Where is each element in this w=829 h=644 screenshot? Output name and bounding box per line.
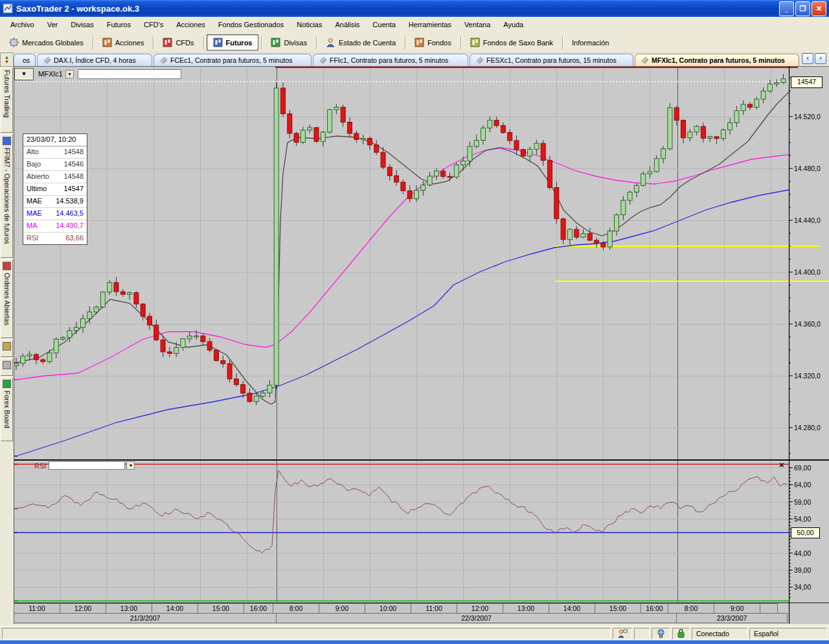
- title-bar: SaxoTrader 2 - workspace.ok.3 _ ❐ ✕: [0, 0, 829, 17]
- tab-fesxc1[interactable]: FESXc1, Contrato para futuros, 15 minuto…: [470, 54, 633, 66]
- price-axis-label: 14.440,0: [794, 216, 821, 224]
- sidebar-item-ffim7-operaciones-de-futuros[interactable]: FFIM7 - Operaciones de futuros: [1, 134, 13, 258]
- candle-body: [174, 347, 179, 353]
- tab-mfxic1[interactable]: MFXIc1, Contrato para futuros, 5 minutos: [635, 54, 799, 66]
- candle-body: [134, 293, 139, 304]
- toolbar-estado-de-cuenta[interactable]: Estado de Cuenta: [319, 34, 402, 51]
- toolbar-acciones[interactable]: Acciones: [96, 34, 151, 51]
- toolbar-fondos[interactable]: Fondos: [408, 34, 458, 51]
- menu-divisas[interactable]: Divisas: [64, 19, 100, 30]
- menu-noticias[interactable]: Noticias: [290, 19, 328, 30]
- menu-fondos-gestionados[interactable]: Fondos Gestionados: [212, 19, 291, 30]
- tab-scroll-left-button[interactable]: ‹: [802, 53, 813, 64]
- sidebar-sort-button[interactable]: ▲ ▼: [0, 52, 14, 67]
- candle-body: [321, 132, 325, 141]
- candle-body: [688, 132, 692, 138]
- futures-icon: [213, 38, 223, 47]
- last-price-box: 14547: [791, 76, 823, 88]
- time-axis-hours: 11:0012:0013:0014:0015:0016:008:009:0010…: [14, 603, 829, 614]
- window-title: SaxoTrader 2 - workspace.ok.3: [16, 4, 139, 14]
- menu-an-lisis[interactable]: Análisis: [328, 19, 366, 30]
- rsi-close-icon[interactable]: ×: [779, 461, 784, 469]
- hour-cell: 12:00: [457, 603, 503, 614]
- rsi-axis-label: 69,00: [794, 464, 811, 472]
- candle-body: [574, 229, 579, 237]
- rsi-axis-label: 34,00: [794, 583, 811, 591]
- chart-pen-icon: [641, 56, 649, 64]
- symbol-input[interactable]: [78, 69, 181, 79]
- tooltip-row-value: 14547: [63, 185, 84, 194]
- rsi-dropdown-icon[interactable]: ▼: [126, 461, 135, 470]
- symbol-dropdown-icon[interactable]: ▼: [65, 70, 74, 78]
- sidebar-item-ordenes-abiertas[interactable]: Ordenes Abiertas: [1, 259, 13, 338]
- tooltip-row-bajo: Bajo14546: [23, 159, 87, 171]
- tab-label: os: [23, 56, 30, 64]
- candle-body: [308, 128, 312, 130]
- menu-ventana[interactable]: Ventana: [458, 19, 497, 30]
- minimize-button[interactable]: _: [779, 1, 794, 16]
- close-button[interactable]: ✕: [812, 1, 826, 16]
- candle-body: [201, 336, 205, 341]
- candle-body: [481, 128, 486, 141]
- candle-body: [234, 379, 238, 385]
- tab-label: FESXc1, Contrato para futuros, 15 minuto…: [486, 56, 617, 64]
- menu-herramientas[interactable]: Herramientas: [402, 19, 458, 30]
- tab-scroll-right-button[interactable]: ›: [815, 53, 826, 64]
- candle-body: [474, 141, 479, 146]
- menu-cuenta[interactable]: Cuenta: [366, 19, 402, 30]
- menu-ayuda[interactable]: Ayuda: [497, 19, 530, 30]
- main-toolbar: Mercados GlobalesAccionesCFDsFuturosDivi…: [0, 32, 829, 53]
- candle-body: [14, 363, 19, 366]
- candle-body: [114, 282, 119, 292]
- candle-body: [708, 137, 712, 138]
- sidebar-item-label: FFIM7 - Operaciones de futuros: [3, 148, 11, 244]
- toolbar-fondos-de-saxo-bank[interactable]: Fondos de Saxo Bank: [464, 34, 560, 51]
- candle-body: [341, 107, 345, 122]
- sidebar-item-futures-trading[interactable]: Futures Trading: [1, 67, 13, 133]
- tab-label: DAX.I, Índice CFD, 4 horas: [54, 56, 136, 64]
- tooltip-row-label: MA: [27, 222, 38, 231]
- hour-cell: 8:00: [668, 603, 714, 614]
- level-start-marker: [14, 464, 17, 465]
- toolbar-cfds[interactable]: CFDs: [156, 34, 200, 51]
- menu-cfd-s[interactable]: CFD's: [137, 19, 170, 30]
- toolbar-divisas[interactable]: Divisas: [264, 34, 313, 51]
- candle-body: [67, 330, 72, 338]
- menu-futuros[interactable]: Futuros: [100, 19, 137, 30]
- candle-body: [728, 122, 732, 130]
- candle-body: [120, 292, 125, 294]
- candle-body: [628, 192, 632, 201]
- menu-acciones[interactable]: Acciones: [170, 19, 212, 30]
- menu-ver[interactable]: Ver: [41, 19, 65, 30]
- tooltip-row-label: MAE: [27, 209, 42, 218]
- tab-ffic1[interactable]: FFIc1, Contrato para futuros, 5 minutos: [313, 54, 468, 66]
- saxo-funds-icon: [470, 38, 480, 47]
- toolbar-label: Información: [572, 39, 609, 47]
- chart-pen-icon: [476, 56, 484, 64]
- tooltip-row-ma: MA14.490,7: [23, 220, 87, 233]
- instrument-combo-button[interactable]: ▼: [14, 68, 34, 80]
- menu-archivo[interactable]: Archivo: [4, 19, 41, 30]
- level-start-marker: [14, 455, 17, 457]
- toolbar-informaci-n[interactable]: Información: [565, 36, 615, 50]
- candle-body: [468, 146, 472, 161]
- sidebar-item-forex-board[interactable]: Forex Board: [1, 377, 13, 441]
- tooltip-datetime: 23/03/07, 10:20: [27, 135, 76, 144]
- tab-dax-i[interactable]: DAX.I, Índice CFD, 4 horas: [37, 54, 152, 66]
- candle-body: [454, 165, 459, 178]
- toolbar-mercados-globales[interactable]: Mercados Globales: [3, 34, 90, 51]
- chart-tab-bar: osDAX.I, Índice CFD, 4 horasFCEc1, Contr…: [14, 52, 829, 66]
- hour-cell: 12:00: [60, 603, 106, 614]
- tab-os[interactable]: os: [14, 54, 36, 66]
- sidebar-item-x[interactable]: [1, 358, 13, 376]
- sidebar-item-x[interactable]: [1, 339, 13, 357]
- menu-bar: ArchivoVerDivisasFuturosCFD'sAccionesFon…: [0, 17, 829, 33]
- price-chart[interactable]: [0, 0, 829, 644]
- tab-fcec1[interactable]: FCEc1, Contrato para futuros, 5 minutos: [153, 54, 312, 66]
- hour-cell: 8:00: [273, 603, 319, 614]
- toolbar-label: Futuros: [226, 39, 253, 47]
- level-start-marker: [14, 379, 17, 380]
- rsi-input[interactable]: [49, 461, 125, 470]
- restore-button[interactable]: ❐: [795, 1, 810, 16]
- toolbar-futuros[interactable]: Futuros: [207, 34, 259, 51]
